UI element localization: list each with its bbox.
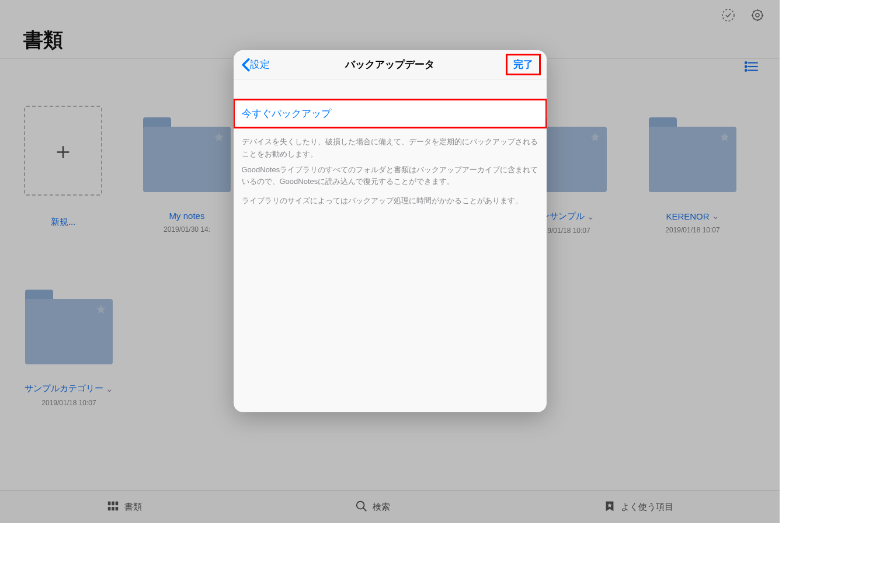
backup-now-button[interactable]: 今すぐバックアップ bbox=[234, 99, 547, 128]
done-button[interactable]: 完了 bbox=[506, 54, 541, 75]
backup-modal: 設定 バックアップデータ 完了 今すぐバックアップ デバイスを失くしたり、破損し… bbox=[234, 50, 547, 412]
back-button[interactable]: 設定 bbox=[237, 55, 273, 74]
modal-title: バックアップデータ bbox=[234, 58, 547, 71]
backup-info-text: デバイスを失くしたり、破損した場合に備えて、データを定期的にバックアップされるこ… bbox=[234, 134, 547, 213]
modal-overlay: 設定 バックアップデータ 完了 今すぐバックアップ デバイスを失くしたり、破損し… bbox=[0, 0, 780, 523]
back-label: 設定 bbox=[250, 58, 270, 71]
